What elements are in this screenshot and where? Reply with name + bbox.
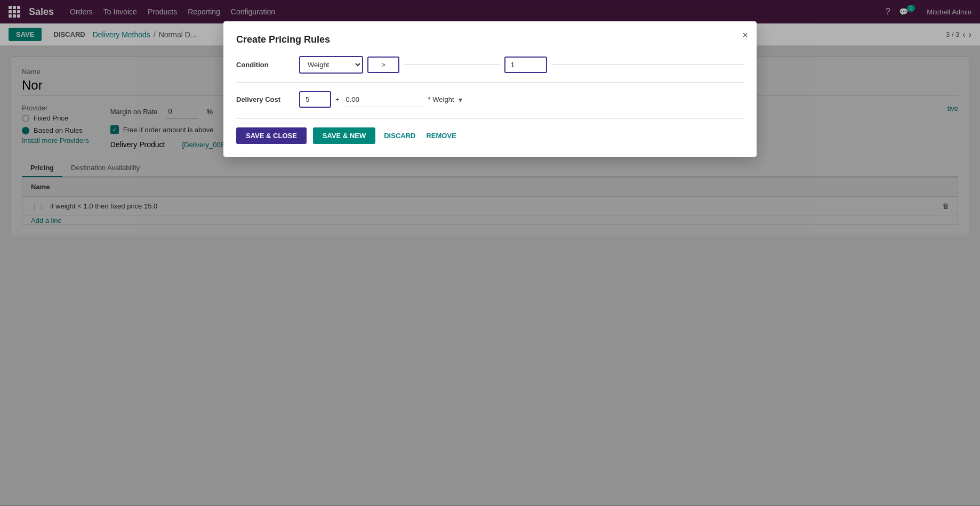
modal-close-button[interactable]: × xyxy=(742,30,748,41)
operator-input[interactable] xyxy=(367,57,399,73)
condition-type-select[interactable]: Weight xyxy=(299,56,363,74)
modal-title: Create Pricing Rules xyxy=(236,34,744,45)
modal-discard-button[interactable]: DISCARD xyxy=(382,127,417,144)
cost-input[interactable] xyxy=(299,91,331,108)
save-close-button[interactable]: SAVE & CLOSE xyxy=(236,127,307,144)
multiply-label: * Weight xyxy=(428,95,454,103)
delivery-cost-row: Delivery Cost + * Weight ▾ xyxy=(236,91,744,108)
create-pricing-rules-modal: Create Pricing Rules × Condition Weight … xyxy=(223,21,757,157)
delivery-cost-label: Delivery Cost xyxy=(236,95,295,103)
addon-input[interactable] xyxy=(344,92,424,107)
modal-divider xyxy=(236,82,744,83)
condition-label: Condition xyxy=(236,61,295,69)
modal-divider-2 xyxy=(236,118,744,119)
threshold-input[interactable] xyxy=(504,57,547,73)
condition-row: Condition Weight xyxy=(236,56,744,74)
remove-button[interactable]: REMOVE xyxy=(424,127,458,144)
modal-actions: SAVE & CLOSE SAVE & NEW DISCARD REMOVE xyxy=(236,127,744,144)
modal-overlay: Create Pricing Rules × Condition Weight … xyxy=(0,0,980,505)
plus-label: + xyxy=(335,95,340,103)
weight-dropdown-icon[interactable]: ▾ xyxy=(459,95,462,104)
save-new-button[interactable]: SAVE & NEW xyxy=(313,127,375,144)
